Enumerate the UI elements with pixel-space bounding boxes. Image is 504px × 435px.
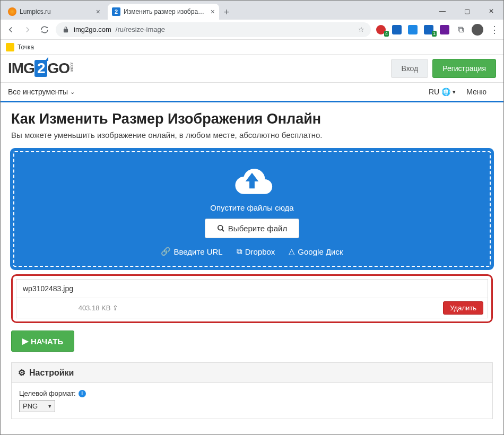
dropzone-links: 🔗 Введите URL ⧉ Dropbox △ Google Диск: [20, 247, 484, 256]
url-input[interactable]: img2go.com/ru/resize-image ☆: [56, 22, 371, 37]
browser-tab-active[interactable]: 2 Изменить размер изображени… ×: [108, 4, 219, 20]
chevron-down-icon: ⌄: [70, 89, 75, 95]
cloud-upload-icon: [230, 164, 274, 197]
extension-icon[interactable]: [440, 25, 449, 34]
address-bar: img2go.com/ru/resize-image ☆ 4 1 ⧉ ⋮: [1, 20, 503, 40]
svg-point-0: [218, 225, 223, 230]
choose-file-button[interactable]: Выберите файл: [205, 219, 299, 238]
settings-panel: ⚙ Настройки Целевой формат: i PNG ▾: [11, 362, 493, 419]
page-title: Как Изменить Размер Изображения Онлайн: [11, 111, 493, 127]
language-selector[interactable]: RU 🌐 ▾: [429, 88, 456, 96]
chevron-down-icon: ▾: [453, 89, 456, 95]
favicon-img2go: 2: [112, 7, 120, 16]
new-tab-button[interactable]: +: [219, 5, 234, 20]
file-dropzone[interactable]: Опустите файлы сюда Выберите файл 🔗 Введ…: [13, 151, 491, 267]
link-icon: 🔗: [161, 247, 171, 256]
bookmarks-bar: Точка: [1, 40, 503, 55]
window-controls: — ▢ ✕: [430, 3, 503, 20]
bookmark-icon: [6, 43, 14, 51]
forward-button[interactable]: [22, 24, 33, 36]
extension-icons: 4 1 ⧉ ⋮: [376, 24, 499, 36]
dropzone-text: Опустите файлы сюда: [20, 203, 484, 212]
profile-avatar[interactable]: [472, 24, 483, 36]
reading-list-icon[interactable]: ⧉: [456, 25, 465, 34]
dropbox-link[interactable]: ⧉ Dropbox: [237, 247, 275, 256]
hamburger-icon: [489, 90, 496, 93]
uploaded-file-highlight: wp3102483.jpg 403.18 KB ⇪ Удалить: [11, 274, 493, 323]
maximize-button[interactable]: ▢: [455, 3, 479, 20]
search-icon: [217, 224, 225, 232]
browser-titlebar: Lumpics.ru × 2 Изменить размер изображен…: [1, 1, 503, 20]
url-host: img2go.com: [74, 25, 111, 33]
site-menubar: Все инструменты ⌄ RU 🌐 ▾ Меню: [1, 82, 503, 102]
globe-icon: 🌐: [441, 88, 450, 96]
back-button[interactable]: [5, 24, 16, 36]
extension-icon[interactable]: 4: [376, 25, 386, 34]
format-select[interactable]: PNG ▾: [19, 400, 55, 412]
bookmark-item[interactable]: Точка: [18, 44, 34, 51]
dropbox-icon: ⧉: [237, 247, 242, 256]
browser-tab-inactive[interactable]: Lumpics.ru ×: [4, 4, 105, 20]
upload-icon: ⇪: [112, 304, 118, 312]
site-header: IMG2GO.COM Вход Регистрация: [1, 55, 503, 82]
google-drive-link[interactable]: △ Google Диск: [289, 247, 343, 256]
reload-button[interactable]: [39, 24, 50, 36]
extension-icon[interactable]: [392, 25, 402, 34]
uploaded-file-card: wp3102483.jpg 403.18 KB ⇪ Удалить: [16, 279, 488, 318]
menu-icon[interactable]: ⋮: [490, 24, 499, 36]
extension-icon[interactable]: 1: [424, 25, 433, 34]
enter-url-link[interactable]: 🔗 Введите URL: [161, 247, 222, 256]
site-logo[interactable]: IMG2GO.COM: [8, 60, 74, 77]
favicon-lumpics: [8, 7, 16, 16]
info-icon[interactable]: i: [79, 390, 86, 397]
register-button[interactable]: Регистрация: [432, 59, 496, 78]
file-info-row: 403.18 KB ⇪ Удалить: [16, 298, 488, 318]
tab-label: Lumpics.ru: [20, 8, 93, 15]
close-window-button[interactable]: ✕: [479, 3, 503, 20]
all-tools-dropdown[interactable]: Все инструменты ⌄: [8, 88, 75, 96]
tab-label: Изменить размер изображени…: [124, 8, 207, 15]
page-subtitle: Вы можете уменьшить изображение онлайн, …: [11, 130, 493, 140]
page-content: IMG2GO.COM Вход Регистрация Все инструме…: [1, 55, 503, 430]
settings-header: ⚙ Настройки: [12, 363, 492, 383]
start-button[interactable]: ▶ НАЧАТЬ: [11, 330, 74, 352]
chevron-down-icon: ▾: [48, 403, 51, 410]
extension-icon[interactable]: [408, 25, 418, 34]
star-icon[interactable]: ☆: [358, 25, 364, 33]
file-name: wp3102483.jpg: [16, 280, 488, 298]
login-button[interactable]: Вход: [391, 59, 428, 78]
setting-label: Целевой формат: i: [19, 389, 485, 397]
gear-icon: ⚙: [18, 368, 25, 378]
play-icon: ▶: [22, 336, 29, 346]
lock-icon: [62, 26, 69, 33]
close-icon[interactable]: ×: [96, 7, 100, 16]
delete-file-button[interactable]: Удалить: [443, 301, 483, 315]
menu-toggle[interactable]: Меню: [466, 88, 496, 96]
file-size: 403.18 KB ⇪: [21, 304, 121, 312]
url-path: /ru/resize-image: [116, 25, 165, 33]
google-drive-icon: △: [289, 247, 295, 256]
minimize-button[interactable]: —: [430, 3, 455, 20]
close-icon[interactable]: ×: [211, 7, 215, 16]
